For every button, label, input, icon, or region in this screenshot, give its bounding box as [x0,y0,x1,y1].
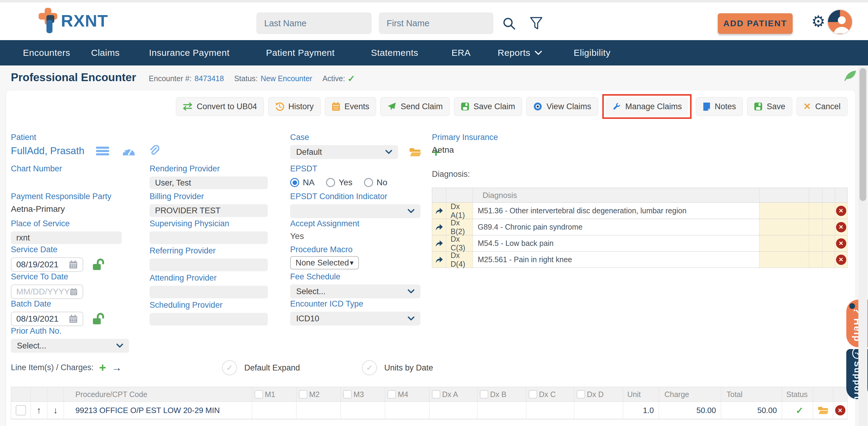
scheduling-provider-input[interactable] [150,313,268,326]
nav-item-insurance-payment[interactable]: Insurance Payment [149,48,229,58]
menu-icon[interactable] [96,146,109,156]
gear-icon[interactable]: ⚙ [809,13,827,30]
encounter-toolbar: Convert to UB04 History Events Send Clai… [176,94,847,119]
procedure-macro-select[interactable]: None Selected ▾ [290,256,359,269]
forward-arrow-icon[interactable] [435,223,444,232]
delete-diagnosis-button[interactable]: ✕ [836,222,846,232]
manage-claims-button[interactable]: Manage Claims [605,97,688,116]
rendering-provider-input[interactable] [150,177,268,189]
filter-icon[interactable] [530,16,543,32]
service-date-input[interactable]: 08/19/2021 [11,257,83,272]
place-of-service-input[interactable] [11,232,122,244]
send-claim-button[interactable]: Send Claim [380,97,450,116]
events-button[interactable]: Events [325,97,376,116]
move-up-icon[interactable]: ↑ [37,405,41,416]
epsdt-option-no: No [377,178,388,187]
open-folder-icon[interactable] [409,147,421,157]
delete-diagnosis-button[interactable]: ✕ [836,238,846,249]
dxd-checkbox[interactable] [577,390,585,399]
diagnosis-text[interactable]: M25.561 - Pain in right knee [473,252,759,268]
forward-arrow-icon[interactable] [435,255,444,264]
dashboard-gauge-icon[interactable] [122,146,136,156]
m1-checkbox[interactable] [254,390,263,399]
supervising-physician-field: Supervising Physician [150,219,268,244]
paperclip-icon[interactable] [148,145,159,157]
nav-item-statements[interactable]: Statements [371,48,418,58]
m4-checkbox[interactable] [388,390,396,399]
dxb-checkbox[interactable] [480,390,488,399]
prior-auth-select[interactable]: Select... [11,339,129,353]
case-select[interactable]: Default [290,145,398,159]
attending-provider-input[interactable] [150,286,268,298]
diagnosis-text[interactable]: M51.36 - Other intervertebral disc degen… [473,203,759,219]
status-value-link[interactable]: New Encounter [260,74,312,83]
eye-icon [533,102,542,111]
forward-arrow-icon[interactable] [435,207,444,215]
epsdt-condition-select[interactable] [290,204,421,218]
view-claims-button[interactable]: View Claims [526,97,598,116]
patient-name-link[interactable]: FullAdd, Prasath [11,145,85,157]
nav-item-claims[interactable]: Claims [91,48,120,58]
calendar-icon[interactable] [69,314,78,324]
row-checkbox[interactable] [16,405,26,416]
move-down-icon[interactable]: ↓ [53,405,58,416]
encounter-number-link[interactable]: 8473418 [194,74,224,83]
nav-item-era[interactable]: ERA [452,48,470,58]
scrollbar-thumb[interactable] [860,68,866,201]
encounter-icd-type-select[interactable]: ICD10 [290,312,421,326]
diagnosis-text[interactable]: M54.5 - Low back pain [473,235,759,251]
batch-date-input[interactable]: 08/19/2021 [11,312,83,326]
nav-item-encounters[interactable]: Encounters [23,48,70,58]
search-icon[interactable] [502,16,516,32]
cancel-button[interactable]: ✕ Cancel [797,97,847,116]
avatar[interactable] [827,9,853,35]
diagnosis-text[interactable]: G89.4 - Chronic pain syndrome [473,219,759,235]
supervising-physician-input[interactable] [150,232,268,244]
add-patient-button[interactable]: ADD PATIENT [718,13,793,34]
m3-checkbox[interactable] [343,390,352,399]
chevron-down-icon [385,150,392,154]
epsdt-label: EPSDT [290,164,395,174]
case-label: Case [290,133,440,142]
m2-checkbox[interactable] [299,390,307,399]
expand-line-items-icon[interactable]: → [112,362,122,373]
attending-provider-label: Attending Provider [150,273,268,283]
first-name-input[interactable] [379,12,493,34]
unit-value[interactable]: 1.0 [623,402,659,419]
billing-provider-input[interactable] [150,204,268,217]
dxc-checkbox[interactable] [529,390,537,399]
forward-arrow-icon[interactable] [435,239,444,248]
epsdt-radio-na[interactable] [290,178,299,187]
fee-schedule-select[interactable]: Select... [290,284,421,298]
dxa-checkbox[interactable] [432,390,440,399]
nav-item-patient-payment[interactable]: Patient Payment [266,48,335,58]
charge-value[interactable]: 50.00 [659,402,721,419]
save-button[interactable]: Save [747,97,792,116]
diagnosis-row: Dx A(1) M51.36 - Other intervertebral di… [432,203,847,219]
nav-item-eligibility[interactable]: Eligibility [574,48,611,58]
epsdt-radio-yes[interactable] [326,178,335,187]
delete-charge-button[interactable]: ✕ [835,405,845,416]
delete-diagnosis-button[interactable]: ✕ [836,255,846,265]
unlock-icon[interactable] [92,258,105,271]
epsdt-radio-no[interactable] [364,178,373,187]
calendar-icon[interactable] [69,260,78,269]
referring-provider-input[interactable] [150,258,268,271]
last-name-input[interactable] [256,12,372,34]
history-button[interactable]: History [268,97,320,116]
unlock-icon[interactable] [92,312,105,326]
calendar-icon[interactable] [70,287,78,296]
service-to-date-input[interactable]: MM/DD/YYYY [11,284,83,299]
supervising-physician-label: Supervising Physician [150,219,268,229]
convert-to-ub04-button[interactable]: Convert to UB04 [176,97,264,116]
procedure-code-value[interactable]: 99213 OFFICE O/P EST LOW 20-29 MIN [75,406,220,415]
add-line-item-icon[interactable]: + [99,361,106,373]
open-folder-icon[interactable] [818,406,829,415]
delete-diagnosis-button[interactable]: ✕ [836,206,846,216]
nav-item-reports[interactable]: Reports [498,48,542,58]
scrollbar[interactable] [858,66,867,426]
save-claim-button[interactable]: Save Claim [454,97,522,116]
notes-button[interactable]: Notes [696,97,743,116]
units-by-date-check-icon[interactable]: ✓ [362,360,377,375]
default-expand-check-icon[interactable]: ✓ [222,360,237,375]
